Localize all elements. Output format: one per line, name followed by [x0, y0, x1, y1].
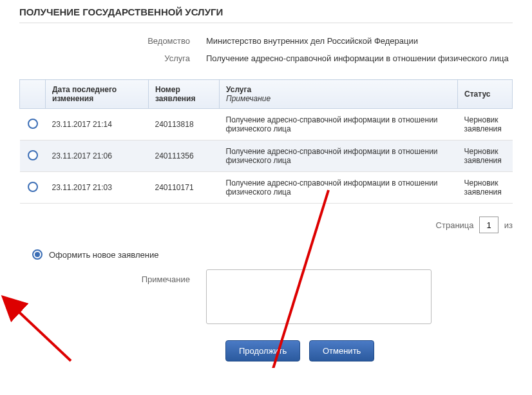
- buttons-row: Продолжить Отменить: [225, 340, 513, 361]
- row-number: 240110171: [149, 172, 220, 204]
- table-row[interactable]: 23.11.2017 21:03 240110171 Получение адр…: [20, 172, 513, 204]
- row-service: Получение адресно-справочной информации …: [220, 140, 458, 172]
- agency-row: Ведомство Министерство внутренних дел Ро…: [19, 36, 513, 46]
- row-radio[interactable]: [28, 182, 38, 192]
- row-status: Черновик заявления: [458, 140, 513, 172]
- new-application-radio[interactable]: [32, 249, 43, 260]
- agency-label: Ведомство: [19, 36, 206, 46]
- row-number: 240113818: [149, 109, 220, 140]
- note-textarea[interactable]: [206, 269, 432, 324]
- note-label: Примечание: [19, 269, 206, 324]
- table-row[interactable]: 23.11.2017 21:14 240113818 Получение адр…: [20, 109, 513, 140]
- service-row: Услуга Получение адресно-справочной инфо…: [19, 53, 513, 63]
- new-application-row[interactable]: Оформить новое заявление: [32, 249, 513, 260]
- th-date: Дата последнего изменения: [46, 80, 149, 109]
- cancel-button[interactable]: Отменить: [309, 340, 374, 361]
- pagination: Страница из: [19, 217, 513, 233]
- th-select: [20, 80, 46, 109]
- row-service: Получение адресно-справочной информации …: [220, 172, 458, 204]
- row-date: 23.11.2017 21:14: [46, 109, 149, 140]
- service-value: Получение адресно-справочной информации …: [206, 53, 513, 63]
- table-row[interactable]: 23.11.2017 21:06 240111356 Получение адр…: [20, 140, 513, 172]
- th-status: Статус: [458, 80, 513, 109]
- th-service: Услуга Примечание: [220, 80, 458, 109]
- th-service-main: Услуга: [226, 85, 251, 94]
- row-date: 23.11.2017 21:06: [46, 140, 149, 172]
- th-service-sub: Примечание: [226, 94, 451, 103]
- page-input[interactable]: [479, 217, 499, 233]
- row-service: Получение адресно-справочной информации …: [220, 109, 458, 140]
- pagination-label: Страница: [436, 220, 474, 230]
- new-application-label: Оформить новое заявление: [49, 250, 158, 260]
- row-radio[interactable]: [28, 119, 38, 129]
- row-radio[interactable]: [28, 150, 38, 160]
- page-title: ПОЛУЧЕНИЕ ГОСУДАРСТВЕННОЙ УСЛУГИ: [19, 6, 513, 23]
- pagination-of: из: [504, 220, 513, 230]
- note-row: Примечание: [19, 269, 513, 324]
- row-date: 23.11.2017 21:03: [46, 172, 149, 204]
- th-number: Номер заявления: [149, 80, 220, 109]
- row-status: Черновик заявления: [458, 109, 513, 140]
- agency-value: Министерство внутренних дел Российской Ф…: [206, 36, 513, 46]
- applications-table: Дата последнего изменения Номер заявлени…: [19, 79, 513, 204]
- continue-button[interactable]: Продолжить: [225, 340, 300, 361]
- row-number: 240111356: [149, 140, 220, 172]
- service-label: Услуга: [19, 53, 206, 63]
- row-status: Черновик заявления: [458, 172, 513, 204]
